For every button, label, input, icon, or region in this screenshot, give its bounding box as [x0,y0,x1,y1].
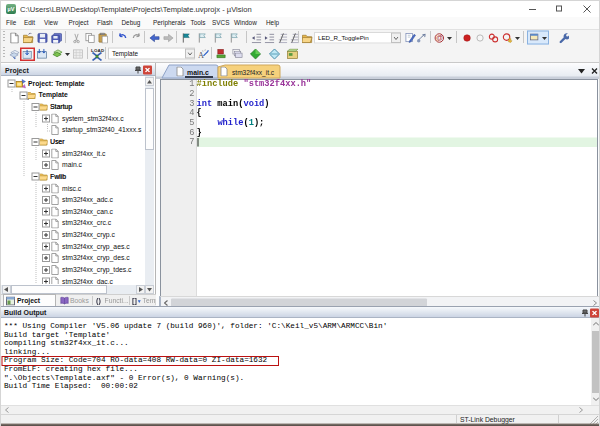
svg-text:@: @ [436,34,443,41]
svg-text:A: A [198,51,204,60]
